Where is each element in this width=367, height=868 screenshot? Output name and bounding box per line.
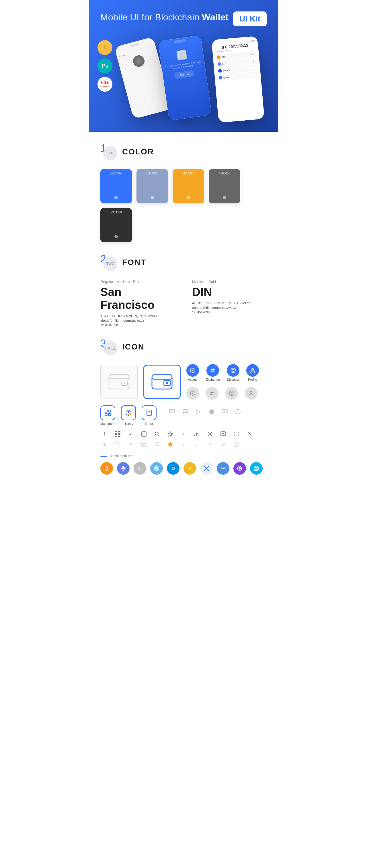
svg-point-13 — [232, 369, 234, 370]
svg-point-56 — [209, 433, 211, 435]
exchange-icon-gray — [206, 387, 219, 400]
svg-rect-6 — [152, 375, 172, 389]
svg-point-52 — [155, 432, 158, 435]
svg-rect-44 — [115, 431, 117, 433]
icon-nav-exchange: Exchange — [206, 364, 220, 381]
svg-text:Ł: Ł — [139, 466, 142, 471]
svg-rect-61 — [115, 445, 117, 447]
main-content: 1 ONE COLOR #3574FA #8DA0C8 #F5A623 #666… — [89, 143, 278, 475]
font-sf-upper: ABCDEFGHIJKLMNOPQRSTUVWXYZ — [101, 314, 175, 318]
icon-nav-group: Assets Exchange Discover — [186, 364, 259, 400]
font-col-din: Medium · Bold DIN ABCDEFGHIJKLMNOPQRSTUV… — [192, 280, 266, 327]
svg-rect-23 — [105, 413, 107, 416]
zcash-icon: Z — [184, 462, 196, 475]
icon-nav-row-gray — [186, 387, 259, 400]
history-label: History — [123, 422, 133, 425]
back-icon-gray: ‹ — [179, 440, 188, 448]
waves-icon — [217, 462, 229, 475]
svg-point-88 — [208, 466, 209, 467]
font-section: Regular · Medium · Bold San Francisco AB… — [101, 280, 266, 327]
icon-nav-profile: Profile — [246, 364, 259, 381]
icon-history: + History — [121, 405, 136, 425]
exchange-label: Exchange — [206, 378, 220, 381]
color-number-word: ONE — [107, 151, 114, 155]
svg-rect-33 — [169, 409, 175, 413]
font-number-circle: TWO — [103, 257, 117, 271]
hero-title-bold: Wallet — [202, 12, 228, 22]
svg-text:D: D — [171, 466, 175, 471]
ethereum-icon — [117, 462, 130, 475]
misc-icons-row — [168, 408, 242, 416]
icon-nav-discover: Discover — [227, 364, 239, 381]
plus-icon: + — [101, 430, 108, 438]
icon-wireframe-wallet — [101, 365, 138, 399]
grid-add-icon-gray — [114, 440, 121, 448]
svg-point-5 — [123, 382, 125, 384]
font-section-header: 2 TWO FONT — [101, 254, 266, 271]
search-icon-gray — [153, 440, 161, 448]
expand-icon — [232, 430, 240, 438]
svg-line-68 — [158, 445, 160, 446]
svg-line-53 — [158, 435, 160, 436]
svg-point-89 — [204, 470, 205, 471]
svg-rect-62 — [118, 445, 120, 447]
font-sf-lower: abcdefghijklmnopqrstuvwxyz — [101, 319, 175, 322]
svg-point-17 — [192, 393, 194, 394]
svg-point-67 — [155, 442, 158, 445]
icon-nav-row-colored: Assets Exchange Discover — [186, 364, 259, 381]
icon-nav-exchange-gray — [206, 387, 219, 400]
font-sf-numbers: 1234567890 — [101, 323, 175, 327]
font-section-title: FONT — [122, 258, 146, 267]
icon-section-title: ICON — [122, 342, 144, 351]
font-din-style: Medium · Bold — [192, 280, 266, 284]
font-din-name: DIN — [192, 286, 266, 299]
forward-icon-gray: › — [193, 440, 201, 448]
svg-rect-3 — [109, 375, 129, 379]
crypto-row: ₿ Ł D Z — [101, 462, 266, 475]
assets-icon — [186, 364, 199, 377]
svg-rect-14 — [232, 371, 234, 372]
svg-rect-47 — [118, 435, 120, 437]
list-icon — [140, 430, 148, 438]
svg-rect-7 — [152, 375, 172, 379]
icon-colored-wallet — [143, 365, 181, 399]
arrow-right-icon-gray: → — [219, 440, 227, 448]
share-icon — [193, 430, 201, 438]
discover-icon — [227, 364, 239, 377]
discover-icon-gray — [225, 387, 238, 400]
nem-icon — [150, 462, 163, 475]
blockchain-label-text: BlockChain Icon — [110, 454, 135, 458]
icon-small-row-2: + ✓ ‹ › ✕ → — [101, 440, 266, 448]
icon-small-row-1: + ✓ ‹ — [101, 430, 266, 438]
icon-management: Mangment — [101, 405, 115, 425]
svg-rect-60 — [118, 442, 120, 444]
order-label: Order — [145, 422, 153, 425]
star-filled-icon — [166, 440, 174, 448]
color-section-title: COLOR — [122, 147, 154, 156]
svg-point-15 — [251, 369, 253, 371]
svg-rect-45 — [118, 431, 120, 433]
management-icon — [101, 405, 115, 420]
font-din-lower: abcdefghijklmnopqrstuvwxyz — [192, 306, 266, 309]
hero-section: Mobile UI for Blockchain Wallet UI Kit P… — [89, 0, 278, 132]
svg-point-71 — [236, 443, 236, 443]
icon-section: Assets Exchange Discover — [101, 364, 266, 475]
bitcoin-icon: ₿ — [101, 462, 113, 475]
back-icon: ‹ — [179, 430, 188, 438]
svg-text:₿: ₿ — [106, 466, 108, 471]
icon-section-header: 3 THREE ICON — [101, 338, 266, 355]
color-swatch-blue: #3574FA — [101, 169, 132, 204]
order-icon — [142, 405, 157, 420]
icon-app-row: Mangment + History Order — [101, 405, 266, 425]
svg-point-9 — [166, 382, 168, 384]
svg-point-42 — [238, 410, 238, 411]
phone-right: myWallet $ 6,297,502.12 0 available 0 bi… — [211, 36, 265, 123]
color-number-circle: ONE — [103, 146, 117, 160]
close-x-icon-gray: ✕ — [206, 440, 214, 448]
svg-text:Z: Z — [188, 466, 191, 471]
blockchain-label: BlockChain Icon — [101, 454, 266, 458]
icon-nav-assets: Assets — [186, 364, 199, 381]
plus-icon-gray: + — [101, 440, 108, 448]
svg-rect-59 — [115, 442, 117, 444]
management-label: Mangment — [101, 422, 115, 425]
